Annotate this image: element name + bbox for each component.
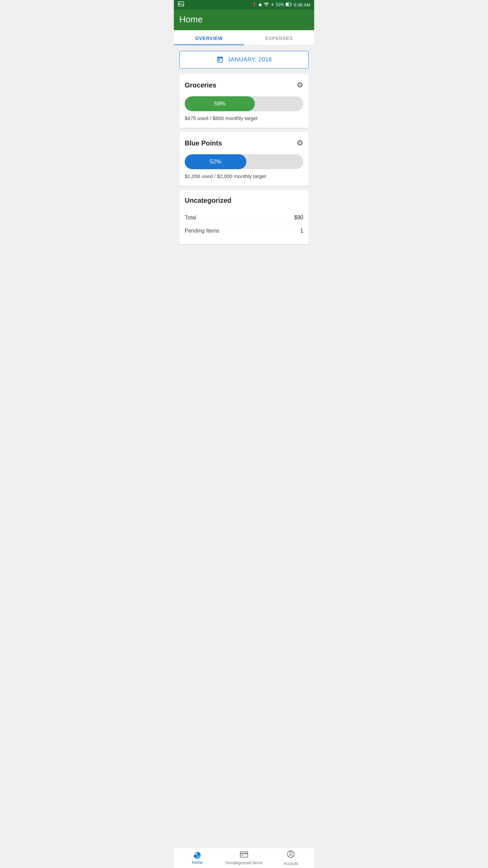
- blue-points-card: Blue Points ⚙ 52% $1,056 used / $2,000 m…: [179, 132, 309, 186]
- uncategorized-pending-label: Pending Items: [185, 228, 219, 234]
- calendar-icon: [216, 56, 224, 63]
- wifi-icon: [264, 2, 269, 7]
- groceries-progress-bar: 59%: [185, 96, 303, 111]
- svg-rect-5: [291, 4, 292, 5]
- blue-points-progress-bar: 52%: [185, 154, 303, 169]
- uncategorized-title: Uncategorized: [185, 197, 231, 204]
- blue-points-settings-icon[interactable]: ⚙: [297, 139, 303, 147]
- uncategorized-total-row: Total $90: [185, 211, 303, 224]
- app-title: Home: [179, 14, 309, 25]
- groceries-title: Groceries: [185, 81, 216, 89]
- status-icons: 📍 ⬢ ✈ 52%: [252, 2, 292, 7]
- location-icon: 📍: [252, 2, 257, 7]
- groceries-percent-label: 59%: [214, 100, 225, 107]
- svg-point-2: [266, 5, 267, 6]
- battery-percent: 52%: [276, 2, 284, 7]
- uncategorized-header: Uncategorized: [185, 197, 303, 204]
- tab-expenses[interactable]: EXPENSES: [244, 30, 314, 45]
- tabs-container: OVERVIEW EXPENSES: [174, 30, 314, 45]
- main-content: JANUARY, 2018 Groceries ⚙ 59% $475 used …: [174, 45, 314, 277]
- groceries-header: Groceries ⚙: [185, 81, 303, 90]
- blue-points-progress-fill: 52%: [185, 154, 246, 169]
- date-picker-button[interactable]: JANUARY, 2018: [179, 51, 309, 68]
- blue-points-title: Blue Points: [185, 139, 222, 147]
- svg-rect-4: [286, 3, 289, 6]
- uncategorized-total-label: Total: [185, 215, 196, 221]
- uncategorized-total-value: $90: [294, 215, 303, 221]
- app-bar: Home: [174, 9, 314, 30]
- bluetooth-icon: ⬢: [259, 3, 262, 7]
- tab-overview[interactable]: OVERVIEW: [174, 30, 244, 45]
- uncategorized-pending-value: 1: [300, 228, 303, 234]
- gallery-icon: [178, 1, 184, 8]
- battery-icon: [286, 2, 292, 7]
- date-picker-label: JANUARY, 2018: [228, 56, 272, 63]
- svg-rect-0: [178, 2, 184, 6]
- svg-point-1: [179, 3, 180, 4]
- uncategorized-card: Uncategorized Total $90 Pending Items 1: [179, 190, 309, 244]
- status-bar: 📍 ⬢ ✈ 52% 8:36 AM: [174, 0, 314, 9]
- groceries-progress-fill: 59%: [185, 96, 255, 111]
- blue-points-usage-text: $1,056 used / $2,000 monthly target: [185, 173, 303, 179]
- groceries-settings-icon[interactable]: ⚙: [297, 81, 303, 90]
- blue-points-percent-label: 52%: [210, 158, 221, 165]
- groceries-usage-text: $475 used / $800 monthly target: [185, 115, 303, 121]
- uncategorized-pending-row: Pending Items 1: [185, 224, 303, 237]
- airplane-icon: ✈: [271, 2, 274, 7]
- groceries-card: Groceries ⚙ 59% $475 used / $800 monthly…: [179, 74, 309, 128]
- status-time: 8:36 AM: [294, 2, 310, 7]
- blue-points-header: Blue Points ⚙: [185, 139, 303, 147]
